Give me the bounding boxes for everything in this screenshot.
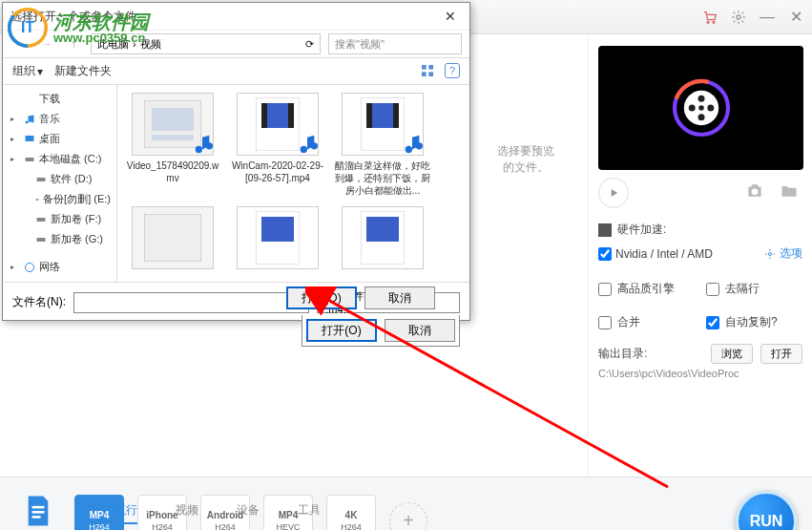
svg-point-10 [698, 105, 704, 111]
tab-popular[interactable]: 流行 [115, 502, 137, 524]
hq-checkbox[interactable] [598, 283, 612, 296]
svg-point-7 [697, 114, 704, 120]
cancel-button[interactable]: 取消 [385, 319, 455, 342]
options-link[interactable]: 选项 [764, 245, 802, 262]
play-button[interactable] [598, 178, 629, 208]
hw-vendors: Nvidia / Intel / AMD [615, 247, 713, 261]
svg-rect-36 [261, 103, 267, 128]
deint-label: 去隔行 [725, 281, 760, 297]
svg-rect-22 [26, 136, 34, 141]
svg-rect-19 [428, 72, 433, 76]
right-panel: 选择要预览的文件。 硬件加速: Nvidia / Intel / AMD 选项 … [588, 34, 812, 477]
video-file-icon [256, 211, 300, 265]
sidebar-network[interactable]: ▸网络 [3, 257, 116, 277]
dialog-close-icon[interactable]: ✕ [439, 7, 462, 26]
video-thumb-icon [144, 214, 201, 262]
svg-rect-37 [288, 103, 294, 128]
folder-icon[interactable] [780, 181, 802, 204]
open-button[interactable]: 打开(O) [286, 286, 357, 309]
file-item[interactable] [125, 206, 220, 269]
svg-point-33 [206, 142, 213, 149]
video-file-icon [256, 97, 300, 151]
file-item[interactable] [335, 206, 430, 269]
svg-rect-27 [37, 238, 46, 242]
svg-rect-48 [261, 217, 294, 242]
merge-checkbox[interactable] [598, 316, 612, 329]
svg-text:IT: IT [21, 19, 34, 35]
file-item[interactable]: Video_1578490209.wmv [125, 93, 220, 197]
browse-button[interactable]: 浏览 [711, 344, 753, 364]
svg-point-0 [707, 21, 709, 23]
video-file-icon [361, 97, 405, 151]
hw-vendor-checkbox[interactable] [598, 247, 612, 261]
cart-icon[interactable] [701, 9, 718, 26]
svg-rect-25 [36, 199, 39, 200]
watermark-url: www.pc0359.cn [53, 32, 149, 44]
tab-tool[interactable]: 工具 [298, 502, 321, 524]
tab-video[interactable]: 视频 [176, 502, 198, 524]
gear-icon[interactable] [730, 9, 747, 26]
deint-checkbox[interactable] [706, 283, 719, 296]
run-button[interactable]: RUN [736, 491, 797, 531]
minimize-icon[interactable]: — [759, 9, 776, 26]
svg-point-28 [26, 263, 34, 271]
music-note-icon [192, 134, 213, 155]
sidebar-localdisk-c[interactable]: ▸本地磁盘 (C:) [3, 149, 116, 169]
sidebar-downloads[interactable]: 下载 [3, 89, 116, 109]
sidebar-newvol-f[interactable]: 新加卷 (F:) [3, 209, 116, 229]
organize-button[interactable]: 组织 ▾ [12, 63, 43, 79]
merge-label: 合并 [617, 314, 640, 330]
sidebar-newvol-g[interactable]: 新加卷 (G:) [3, 229, 116, 249]
sidebar-desktop[interactable]: ▸桌面 [3, 129, 116, 149]
filename-label: 文件名(N): [12, 294, 66, 310]
svg-point-38 [301, 146, 307, 153]
newfolder-button[interactable]: 新建文件夹 [54, 63, 112, 79]
svg-rect-15 [32, 516, 41, 519]
view-icon[interactable] [420, 63, 437, 80]
svg-rect-43 [393, 103, 399, 128]
music-note-icon [297, 134, 318, 155]
autocopy-checkbox[interactable] [706, 316, 719, 329]
svg-point-45 [416, 142, 423, 149]
svg-point-32 [196, 146, 202, 153]
camera-icon[interactable] [745, 181, 768, 204]
file-open-dialog: 选择打开一个或多个文件 ✕ ← → ↑ 此电脑› 视频 ⟳ 搜索"视频" 组织 … [2, 2, 470, 321]
add-format-button[interactable]: + [389, 502, 427, 531]
svg-point-6 [697, 95, 704, 102]
svg-point-1 [713, 21, 715, 23]
svg-point-44 [406, 146, 412, 153]
search-input[interactable]: 搜索"视频" [328, 33, 462, 54]
file-item[interactable] [230, 206, 325, 269]
svg-rect-17 [428, 65, 433, 70]
music-note-icon [402, 134, 423, 155]
site-logo-icon: IT [8, 8, 48, 48]
close-icon[interactable]: ✕ [787, 9, 804, 26]
file-list: Video_1578490209.wmv WinCam-2020-02-29-[… [117, 85, 469, 282]
format-4k[interactable]: 4KH264 [326, 495, 376, 531]
document-icon [23, 494, 53, 528]
svg-rect-13 [32, 506, 45, 509]
sidebar-software-d[interactable]: 软件 (D:) [3, 169, 116, 189]
open-button[interactable]: 打开(O) [306, 319, 377, 342]
file-item[interactable]: WinCam-2020-02-29-[09-26-57].mp4 [230, 93, 325, 197]
tab-device[interactable]: 设备 [237, 502, 260, 524]
open-output-button[interactable]: 打开 [760, 344, 802, 364]
sidebar-backup-e[interactable]: 备份[勿删] (E:) [3, 189, 116, 209]
svg-rect-50 [366, 217, 399, 242]
svg-rect-14 [32, 511, 45, 514]
file-item[interactable]: 醋溜白菜这样做，好吃到爆，还特别下饭，厨房小白都能做出... [335, 93, 430, 197]
category-tabs: 流行 视频 设备 工具 [115, 497, 321, 530]
svg-point-39 [311, 142, 318, 149]
dialog-sidebar: 下载 ▸音乐 ▸桌面 ▸本地磁盘 (C:) 软件 (D:) 备份[勿删] (E:… [3, 85, 117, 282]
chip-icon [598, 223, 612, 237]
svg-point-11 [752, 189, 759, 196]
hw-label: 硬件加速: [617, 222, 666, 238]
help-icon[interactable]: ? [445, 63, 460, 78]
sidebar-music[interactable]: ▸音乐 [3, 109, 116, 129]
svg-rect-23 [26, 158, 34, 161]
cancel-button[interactable]: 取消 [364, 286, 435, 309]
svg-point-2 [737, 15, 740, 19]
svg-point-12 [769, 252, 772, 255]
output-format-label: 输出格式 [15, 494, 61, 530]
filename-input[interactable] [73, 292, 309, 313]
